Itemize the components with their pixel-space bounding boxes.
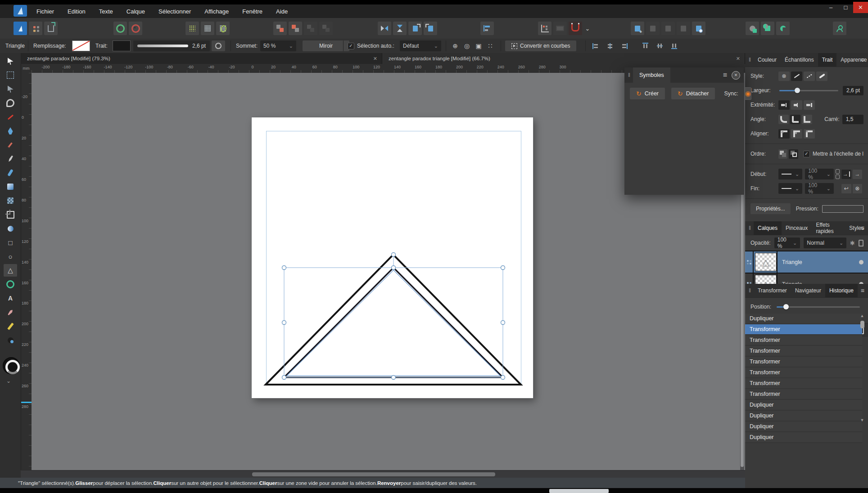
history-position-slider[interactable] xyxy=(777,306,860,308)
tab-styles[interactable]: Styles xyxy=(845,221,868,235)
tab-navigateur[interactable]: Navigateur xyxy=(791,284,825,297)
gear-red-button[interactable] xyxy=(129,22,142,35)
align-left-button[interactable] xyxy=(590,40,601,51)
start-pct-dropdown[interactable]: 100 %⌄ xyxy=(805,169,834,179)
boolean-subtract-button[interactable] xyxy=(761,22,774,35)
layer-thumbnail[interactable]: △ xyxy=(755,253,777,271)
lock-icon[interactable] xyxy=(859,240,863,246)
corner-tool[interactable] xyxy=(4,97,17,109)
show-handles-button[interactable]: ▣ xyxy=(473,40,484,51)
transparency-tool[interactable] xyxy=(4,194,17,207)
tab-pinceaux[interactable]: Pinceaux xyxy=(782,221,812,235)
tab-transformer[interactable]: Transformer xyxy=(754,284,791,297)
stroke-settings-button[interactable] xyxy=(212,40,225,51)
scroll-down-icon[interactable]: ▼ xyxy=(860,418,864,422)
start-arrow-button[interactable]: → xyxy=(841,170,851,179)
menu-fenetre[interactable]: Fenêtre xyxy=(235,8,269,15)
stroke-align-inside-button[interactable] xyxy=(791,129,802,139)
miter-value[interactable]: 1,5 xyxy=(842,115,863,124)
join-miter-button[interactable] xyxy=(802,115,812,124)
panel-grip-icon[interactable]: ‖ xyxy=(745,57,754,63)
tab-close-icon[interactable]: ✕ xyxy=(736,56,740,62)
move-to-back-button[interactable] xyxy=(289,22,302,35)
contour-tool[interactable] xyxy=(4,111,17,123)
reset-ends-button[interactable]: ⊗ xyxy=(853,184,862,193)
panel-menu-icon[interactable]: ≡ xyxy=(861,224,864,232)
history-item[interactable]: Transformer xyxy=(745,335,862,346)
insert-behind-button[interactable] xyxy=(631,22,644,35)
stroke-style-none-button[interactable]: ⊗ xyxy=(778,72,790,81)
tab-symboles[interactable]: Symboles xyxy=(633,67,670,83)
menu-selectionner[interactable]: Sélectionner xyxy=(152,8,198,15)
stroke-width-value[interactable]: 2,6 pt xyxy=(843,86,863,95)
join-round-button[interactable] xyxy=(778,115,789,124)
boolean-intersect-button[interactable] xyxy=(776,22,790,35)
autoselect-checkbox[interactable]: ✓ xyxy=(348,43,354,49)
tab-trait[interactable]: Trait xyxy=(818,53,837,67)
symbol-detach-button[interactable]: ↻Détacher xyxy=(671,88,715,99)
move-to-front-button[interactable] xyxy=(273,22,287,35)
magnet-snapping-button[interactable] xyxy=(569,22,582,35)
fill-swatch[interactable] xyxy=(72,40,90,51)
end-style-dropdown[interactable]: ⌄ xyxy=(778,183,802,194)
cycle-selection-box-button[interactable]: ◎ xyxy=(461,40,473,51)
flip-vertical-button[interactable] xyxy=(393,22,407,35)
measure-tool[interactable] xyxy=(4,320,17,332)
vector-brush-tool[interactable] xyxy=(4,166,17,179)
menu-aide[interactable]: Aide xyxy=(269,8,294,15)
snap-grid-button[interactable] xyxy=(185,22,199,35)
stroke-style-solid-button[interactable] xyxy=(791,72,802,81)
vertical-ruler[interactable]: -200204060801001201401601802002202402602… xyxy=(21,73,32,470)
stroke-style-dash-button[interactable] xyxy=(804,72,815,81)
snapping-chevron-button[interactable]: ⌄ xyxy=(584,22,591,35)
history-item[interactable]: Transformer xyxy=(745,389,862,400)
corner-dropdown[interactable]: 50 %⌄ xyxy=(260,40,296,51)
transform-origin-button[interactable]: ⊕ xyxy=(449,40,461,51)
stroke-align-outside-button[interactable] xyxy=(804,129,815,139)
grid-options-button[interactable] xyxy=(538,22,552,35)
order-behind-button[interactable] xyxy=(778,149,787,159)
join-bevel-button[interactable] xyxy=(790,115,800,124)
snap-pixel-button[interactable] xyxy=(201,22,214,35)
align-center-h-button[interactable] xyxy=(604,40,616,51)
rotate-cw-button[interactable] xyxy=(424,22,437,35)
mirror-button[interactable]: Miroir xyxy=(303,40,349,51)
node-tool[interactable] xyxy=(4,83,17,95)
export-persona-button[interactable] xyxy=(44,22,58,35)
history-item[interactable]: Dupliquer xyxy=(745,432,862,443)
minimize-button[interactable]: – xyxy=(823,2,838,13)
layer-visibility-dot[interactable] xyxy=(859,260,863,264)
cap-square-button[interactable] xyxy=(804,100,815,110)
panel-grip-icon[interactable]: ‖ xyxy=(624,72,633,78)
autoselect-dropdown[interactable]: Défaut⌄ xyxy=(400,40,441,51)
menu-affichage[interactable]: Affichage xyxy=(198,8,235,15)
tab-effetsrapides[interactable]: Effets rapides xyxy=(812,221,845,235)
convert-to-curves-button[interactable]: Convertir en courbes xyxy=(505,40,576,51)
text-tool[interactable]: A xyxy=(4,292,17,305)
cap-butt-button[interactable] xyxy=(778,100,790,110)
pencil-tool[interactable] xyxy=(4,139,17,151)
tab-echantillons[interactable]: Échantillons xyxy=(781,53,818,67)
fill-bucket-tool[interactable] xyxy=(4,334,17,346)
maximize-button[interactable]: □ xyxy=(838,2,853,13)
panel-close-icon[interactable]: ✕ xyxy=(732,71,740,80)
cap-round-button[interactable] xyxy=(791,100,802,110)
panel-menu-icon[interactable]: ≡ xyxy=(861,56,864,63)
history-item[interactable]: Dupliquer xyxy=(745,421,862,432)
history-item[interactable]: Dupliquer xyxy=(745,314,862,324)
document-tab-2[interactable]: zentangle paradox triangle [Modifié] (66… xyxy=(382,53,745,64)
history-item[interactable]: Dupliquer xyxy=(745,400,862,411)
align-middle-button[interactable] xyxy=(654,40,665,51)
taskbar-item[interactable] xyxy=(549,489,609,493)
history-item[interactable]: Transformer xyxy=(745,357,862,368)
pixel-persona-button[interactable] xyxy=(29,22,42,35)
menu-texte[interactable]: Texte xyxy=(92,8,120,15)
swap-ends-button[interactable]: ↩ xyxy=(841,184,851,193)
color-picker-tool[interactable] xyxy=(4,306,17,318)
canvas-artwork[interactable] xyxy=(207,234,549,396)
ruler-unit[interactable]: mm xyxy=(21,64,32,73)
start-arrow-alt-button[interactable]: → xyxy=(853,170,862,179)
stroke-width-control[interactable]: 2,6 pt xyxy=(133,40,210,51)
horizontal-scrollbar[interactable] xyxy=(21,470,745,478)
stroke-width-slider[interactable] xyxy=(779,90,838,91)
